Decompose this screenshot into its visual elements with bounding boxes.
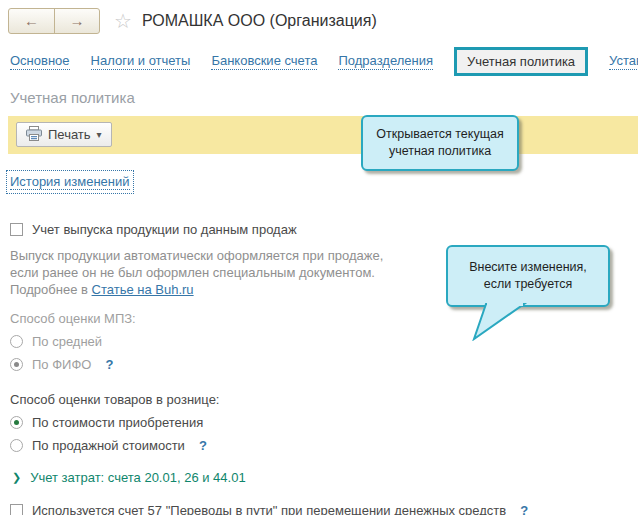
page-title: РОМАШКА ООО (Организация) bbox=[142, 12, 377, 30]
printer-icon bbox=[26, 126, 42, 144]
history-nav-group: ← → bbox=[8, 8, 100, 34]
radio-po-sredney-label: По средней bbox=[32, 334, 102, 349]
production-by-sales-checkbox-row[interactable]: Учет выпуска продукции по данным продаж bbox=[10, 222, 638, 237]
callout-current-policy-line2: учетная политика bbox=[367, 143, 513, 160]
tab-bankovskie-scheta[interactable]: Банковские счета bbox=[211, 53, 317, 70]
radio-po-fifo-row: По ФИФО ? bbox=[10, 357, 638, 372]
retail-help-link[interactable]: ? bbox=[199, 438, 207, 453]
production-by-sales-checkbox-label: Учет выпуска продукции по данным продаж bbox=[32, 222, 297, 237]
account57-help-link[interactable]: ? bbox=[520, 503, 528, 515]
radio-po-prodazhnoy-stoimosti-label: По продажной стоимости bbox=[32, 438, 185, 453]
fifo-help-link[interactable]: ? bbox=[105, 357, 113, 372]
organization-card-window: ← → ☆ РОМАШКА ООО (Организация) Основное… bbox=[0, 0, 638, 515]
chevron-down-icon: ▾ bbox=[97, 129, 102, 140]
command-toolbar: Печать ▾ bbox=[8, 116, 638, 154]
checkbox-icon[interactable] bbox=[10, 223, 23, 236]
callout-make-changes: Внесите изменения, если требуется bbox=[446, 245, 610, 307]
history-of-changes-link[interactable]: История изменений bbox=[10, 174, 130, 190]
radio-icon bbox=[10, 335, 23, 348]
radio-po-stoimosti-priobreteniya-row[interactable]: По стоимости приобретения bbox=[10, 415, 638, 430]
buh-ru-article-link[interactable]: Статье на Buh.ru bbox=[92, 282, 194, 297]
section-heading: Учетная политика bbox=[10, 89, 638, 106]
callout-make-changes-line1: Внесите изменения, bbox=[452, 259, 604, 276]
tab-uchetnaya-politika-active[interactable]: Учетная политика bbox=[454, 47, 588, 76]
radio-icon[interactable] bbox=[10, 439, 23, 452]
retail-valuation-group-label: Способ оценки товаров в рознице: bbox=[10, 392, 638, 407]
print-button[interactable]: Печать ▾ bbox=[16, 122, 112, 147]
callout-current-policy-line1: Открывается текущая bbox=[367, 126, 513, 143]
checkbox-icon[interactable] bbox=[10, 504, 23, 515]
production-note-line3-prefix: Подробнее в bbox=[10, 282, 92, 297]
radio-po-prodazhnoy-stoimosti-row[interactable]: По продажной стоимости ? bbox=[10, 438, 638, 453]
tab-osnovnoe[interactable]: Основное bbox=[10, 53, 70, 70]
tab-bar: Основное Налоги и отчеты Банковские счет… bbox=[10, 47, 638, 75]
costs-accounting-expander-label: Учет затрат: счета 20.01, 26 и 44.01 bbox=[30, 470, 245, 485]
tab-ustav[interactable]: Устав bbox=[609, 53, 638, 70]
radio-po-sredney-row: По средней bbox=[10, 334, 638, 349]
mpz-valuation-group-label: Способ оценки МПЗ: bbox=[10, 311, 638, 326]
tab-podrazdeleniya[interactable]: Подразделения bbox=[338, 53, 433, 70]
callout-tail-icon bbox=[470, 303, 540, 341]
radio-selected-icon bbox=[10, 358, 23, 371]
costs-accounting-expander[interactable]: ❯ Учет затрат: счета 20.01, 26 и 44.01 bbox=[12, 470, 638, 485]
chevron-right-icon: ❯ bbox=[12, 471, 21, 484]
radio-po-stoimosti-priobreteniya-label: По стоимости приобретения bbox=[32, 415, 203, 430]
favorite-star-icon[interactable]: ☆ bbox=[114, 9, 132, 33]
radio-po-fifo-label: По ФИФО bbox=[32, 357, 91, 372]
window-header: ← → ☆ РОМАШКА ООО (Организация) bbox=[0, 0, 638, 34]
back-button[interactable]: ← bbox=[9, 9, 54, 33]
print-button-label: Печать bbox=[48, 127, 91, 142]
radio-selected-icon[interactable] bbox=[10, 416, 23, 429]
callout-current-policy: Открывается текущая учетная политика bbox=[361, 115, 519, 171]
account57-checkbox-label: Используется счет 57 "Переводы в пути" п… bbox=[32, 503, 506, 515]
forward-button[interactable]: → bbox=[54, 9, 99, 33]
tab-nalogi-i-otchety[interactable]: Налоги и отчеты bbox=[91, 53, 191, 70]
callout-make-changes-line2: если требуется bbox=[452, 276, 604, 293]
account57-checkbox-row[interactable]: Используется счет 57 "Переводы в пути" п… bbox=[10, 503, 638, 515]
